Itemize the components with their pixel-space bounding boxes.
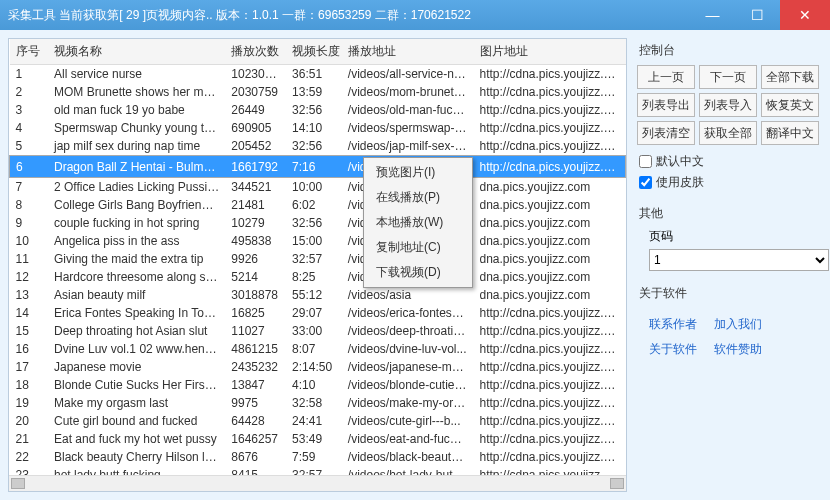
table-cell: /videos/mom-brunette... [342,83,474,101]
table-cell: 29:07 [286,304,342,322]
table-row[interactable]: 12Hardcore threesome along sm...52148:25… [10,268,626,286]
page-select[interactable]: 1 [649,249,829,271]
get-all-button[interactable]: 获取全部 [699,121,757,145]
table-row[interactable]: 14Erica Fontes Speaking In Tong...168252… [10,304,626,322]
table-cell: dna.pics.youjizz.com [474,196,626,214]
table-cell: 32:56 [286,101,342,119]
table-cell: Eat and fuck my hot wet pussy [48,430,225,448]
table-cell: dna.pics.youjizz.com [474,232,626,250]
table-cell: 9 [10,214,49,232]
ctx-preview[interactable]: 预览图片(I) [366,160,470,185]
table-cell: 14:10 [286,119,342,137]
clear-list-button[interactable]: 列表清空 [637,121,695,145]
table-cell: 10279 [225,214,286,232]
table-cell: 11027 [225,322,286,340]
table-cell: /videos/spermswap-c... [342,119,474,137]
table-cell: 15 [10,322,49,340]
horizontal-scrollbar[interactable] [9,475,626,491]
ctx-online-play[interactable]: 在线播放(P) [366,185,470,210]
close-button[interactable]: ✕ [780,0,830,30]
about-soft-link[interactable]: 关于软件 [649,341,697,358]
join-link[interactable]: 加入我们 [714,316,762,333]
table-row[interactable]: 21Eat and fuck my hot wet pussy164625753… [10,430,626,448]
table-cell: Dragon Ball Z Hentai - Bulma f... [48,156,225,178]
other-section: 其他 页码 1 [637,205,822,271]
table-row[interactable]: 9couple fucking in hot spring1027932:56/… [10,214,626,232]
table-cell: 8:25 [286,268,342,286]
table-cell: Hardcore threesome along sm... [48,268,225,286]
table-cell: Asian beauty milf [48,286,225,304]
contact-link[interactable]: 联系作者 [649,316,697,333]
default-cn-checkbox[interactable]: 默认中文 [639,153,822,170]
video-table[interactable]: 序号 视频名称 播放次数 视频长度 播放地址 图片地址 1All service… [9,39,626,492]
table-cell: http://cdna.pics.youjizz.com [474,448,626,466]
table-cell: 32:56 [286,137,342,156]
table-row[interactable]: 8College Girls Bang Boyfriends...214816:… [10,196,626,214]
table-cell: 22 [10,448,49,466]
table-cell: 10:00 [286,178,342,197]
col-name[interactable]: 视频名称 [48,39,225,65]
table-cell: /videos/black-beauty-... [342,448,474,466]
col-img[interactable]: 图片地址 [474,39,626,65]
table-cell: 32:58 [286,394,342,412]
table-row[interactable]: 13Asian beauty milf301887855:12/videos/a… [10,286,626,304]
table-row[interactable]: 18Blonde Cutie Sucks Her First C...13847… [10,376,626,394]
table-row[interactable]: 15Deep throating hot Asian slut1102733:0… [10,322,626,340]
table-cell: http://cdna.pics.youjizz.com [474,412,626,430]
next-page-button[interactable]: 下一页 [699,65,757,89]
table-row[interactable]: 10Angelica piss in the ass49583815:00/vi… [10,232,626,250]
col-length[interactable]: 视频长度 [286,39,342,65]
table-cell: dna.pics.youjizz.com [474,250,626,268]
col-url[interactable]: 播放地址 [342,39,474,65]
download-all-button[interactable]: 全部下载 [761,65,819,89]
restore-en-button[interactable]: 恢复英文 [761,93,819,117]
col-plays[interactable]: 播放次数 [225,39,286,65]
table-cell: http://cdna.pics.youjizz.com [474,83,626,101]
table-cell: dna.pics.youjizz.com [474,178,626,197]
table-cell: 11 [10,250,49,268]
table-row[interactable]: 72 Office Ladies Licking Pussies...34452… [10,178,626,197]
prev-page-button[interactable]: 上一页 [637,65,695,89]
ctx-local-play[interactable]: 本地播放(W) [366,210,470,235]
import-button[interactable]: 列表导入 [699,93,757,117]
table-cell: http://cdna.pics.youjizz.com [474,119,626,137]
about-section: 关于软件 联系作者 加入我们 关于软件 软件赞助 [637,285,822,358]
table-cell: 3 [10,101,49,119]
table-cell: 10 [10,232,49,250]
table-cell: 1646257 [225,430,286,448]
titlebar: 采集工具 当前获取第[ 29 ]页视频内容.. 版本：1.0.1 一群：6965… [0,0,830,30]
table-cell: 7:16 [286,156,342,178]
minimize-button[interactable]: — [690,0,735,30]
table-row[interactable]: 16Dvine Luv vol.1 02 www.hentaiv...48612… [10,340,626,358]
table-cell: 14 [10,304,49,322]
table-cell: 15:00 [286,232,342,250]
table-row[interactable]: 4Spermswap Chunky young teens...69090514… [10,119,626,137]
table-row[interactable]: 22Black beauty Cherry Hilson lov...86767… [10,448,626,466]
table-cell: 4861215 [225,340,286,358]
table-cell: 6 [10,156,49,178]
table-row[interactable]: 17Japanese movie24352322:14:50/videos/ja… [10,358,626,376]
table-cell: 1661792 [225,156,286,178]
translate-cn-button[interactable]: 翻译中文 [761,121,819,145]
ctx-download[interactable]: 下载视频(D) [366,260,470,285]
table-cell: dna.pics.youjizz.com [474,286,626,304]
table-cell: College Girls Bang Boyfriends... [48,196,225,214]
col-index[interactable]: 序号 [10,39,49,65]
table-cell: 20 [10,412,49,430]
table-cell: /videos/all-service-nu... [342,65,474,84]
ctx-copy-url[interactable]: 复制地址(C) [366,235,470,260]
table-row[interactable]: 6Dragon Ball Z Hentai - Bulma f...166179… [10,156,626,178]
table-row[interactable]: 19Make my orgasm last997532:58/videos/ma… [10,394,626,412]
table-row[interactable]: 20Cute girl bound and fucked6442824:41/v… [10,412,626,430]
export-button[interactable]: 列表导出 [637,93,695,117]
maximize-button[interactable]: ☐ [735,0,780,30]
use-skin-checkbox[interactable]: 使用皮肤 [639,174,822,191]
table-row[interactable]: 11Giving the maid the extra tip992632:57… [10,250,626,268]
sponsor-link[interactable]: 软件赞助 [714,341,762,358]
table-row[interactable]: 2MOM Brunette shows her man...203075913:… [10,83,626,101]
table-row[interactable]: 1All service nurse10230857436:51/videos/… [10,65,626,84]
table-cell: 21 [10,430,49,448]
table-row[interactable]: 3old man fuck 19 yo babe2644932:56/video… [10,101,626,119]
table-cell: /videos/asia [342,286,474,304]
table-row[interactable]: 5jap milf sex during nap time20545232:56… [10,137,626,156]
